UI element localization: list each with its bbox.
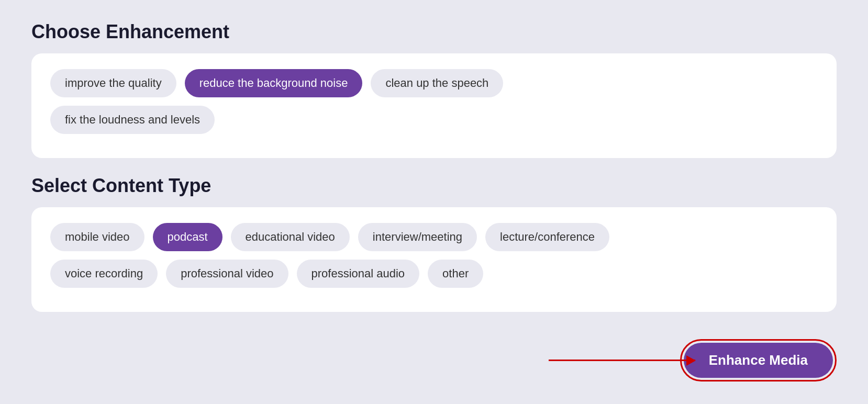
arrow-line (549, 360, 695, 361)
bottom-area: Enhance Media (31, 339, 837, 381)
chip-voice-recording[interactable]: voice recording (50, 260, 158, 288)
chip-other[interactable]: other (428, 260, 483, 288)
content-type-card: mobile video podcast educational video i… (31, 207, 837, 312)
chip-professional-video[interactable]: professional video (166, 260, 288, 288)
chip-fix-loudness[interactable]: fix the loudness and levels (50, 106, 215, 134)
enhancement-chips-row-2: fix the loudness and levels (50, 106, 818, 134)
enhancement-title: Choose Enhancement (31, 21, 837, 43)
enhancement-chips-row: improve the quality reduce the backgroun… (50, 69, 818, 97)
arrow-container (549, 360, 695, 361)
chip-interview-meeting[interactable]: interview/meeting (358, 223, 477, 251)
enhance-media-button[interactable]: Enhance Media (684, 343, 833, 378)
chip-lecture-conference[interactable]: lecture/conference (485, 223, 609, 251)
chip-improve-quality[interactable]: improve the quality (50, 69, 176, 97)
chip-mobile-video[interactable]: mobile video (50, 223, 144, 251)
enhance-button-wrapper: Enhance Media (680, 339, 837, 381)
chip-educational-video[interactable]: educational video (231, 223, 350, 251)
content-type-chips-row-2: voice recording professional video profe… (50, 260, 818, 288)
chip-professional-audio[interactable]: professional audio (297, 260, 420, 288)
chip-reduce-noise[interactable]: reduce the background noise (185, 69, 363, 97)
chip-clean-speech[interactable]: clean up the speech (371, 69, 503, 97)
chip-podcast[interactable]: podcast (153, 223, 222, 251)
enhancement-card: improve the quality reduce the backgroun… (31, 53, 837, 158)
content-type-chips-row-1: mobile video podcast educational video i… (50, 223, 818, 251)
content-type-title: Select Content Type (31, 175, 837, 197)
